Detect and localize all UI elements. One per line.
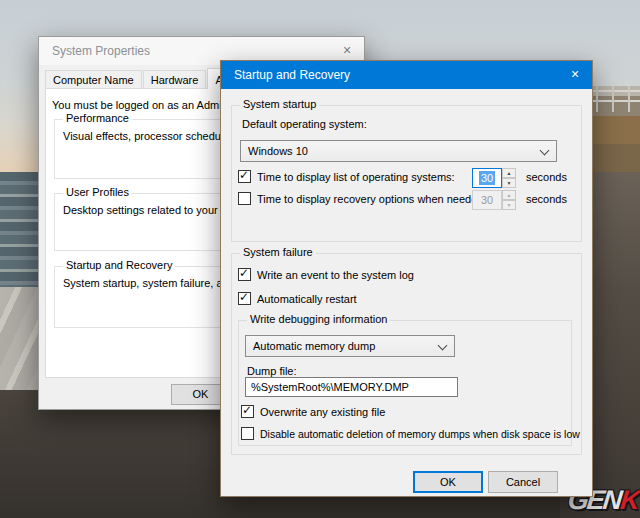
default-os-label: Default operating system: <box>242 118 367 130</box>
spinner-up-icon: ▲ <box>502 190 516 200</box>
system-failure-group-label: System failure <box>240 246 316 258</box>
recovery-time-row: Time to display recovery options when ne… <box>238 192 487 205</box>
os-list-spinner[interactable]: 30 ▲ ▼ <box>472 168 516 188</box>
default-os-combobox[interactable]: Windows 10 <box>240 140 557 162</box>
overwrite-checkbox[interactable]: ✓ <box>241 405 254 418</box>
default-os-value: Windows 10 <box>248 141 308 161</box>
os-list-checkbox-label: Time to display list of operating system… <box>257 171 455 183</box>
overwrite-row: ✓ Overwrite any existing file <box>241 405 385 418</box>
system-properties-title: System Properties <box>52 37 150 65</box>
chevron-down-icon <box>438 341 448 351</box>
disable-deletion-label: Disable automatic deletion of memory dum… <box>260 428 580 440</box>
cancel-button[interactable]: Cancel <box>488 471 558 493</box>
spinner-down-icon[interactable]: ▼ <box>502 178 516 188</box>
write-event-checkbox[interactable]: ✓ <box>238 268 251 281</box>
user-profiles-group-label: User Profiles <box>63 186 132 198</box>
recovery-checkbox[interactable] <box>238 192 251 205</box>
watermark-red-text: K <box>619 485 640 515</box>
tab-computer-name[interactable]: Computer Name <box>45 70 142 89</box>
startup-recovery-titlebar[interactable]: Startup and Recovery × <box>221 61 592 89</box>
dump-type-value: Automatic memory dump <box>253 336 375 356</box>
system-startup-group-label: System startup <box>240 98 319 110</box>
disable-deletion-checkbox[interactable] <box>241 427 254 440</box>
system-failure-group: System failure ✓ Write an event to the s… <box>231 253 582 455</box>
auto-restart-label: Automatically restart <box>257 293 357 305</box>
recovery-checkbox-label: Time to display recovery options when ne… <box>257 193 487 205</box>
wallpaper-pier-structure <box>588 86 640 172</box>
auto-restart-row: ✓ Automatically restart <box>238 292 357 305</box>
write-debug-group: Write debugging information Automatic me… <box>238 320 572 446</box>
disable-deletion-row: Disable automatic deletion of memory dum… <box>241 427 580 440</box>
performance-group-label: Performance <box>63 112 132 124</box>
os-list-checkbox[interactable]: ✓ <box>238 170 251 183</box>
startup-recovery-group-label: Startup and Recovery <box>63 259 175 271</box>
startup-recovery-title: Startup and Recovery <box>234 61 350 89</box>
os-list-seconds-value[interactable]: 30 <box>479 171 495 185</box>
recovery-spinner: 30 ▲ ▼ <box>472 190 516 210</box>
recovery-seconds-unit: seconds <box>526 193 567 205</box>
recovery-seconds-value: 30 <box>472 190 502 210</box>
spinner-down-icon: ▼ <box>502 200 516 210</box>
write-event-row: ✓ Write an event to the system log <box>238 268 414 281</box>
overwrite-label: Overwrite any existing file <box>260 406 385 418</box>
startup-recovery-dialog: Startup and Recovery × System startup De… <box>220 60 593 497</box>
write-event-label: Write an event to the system log <box>257 269 414 281</box>
write-debug-group-label: Write debugging information <box>247 313 390 325</box>
close-icon[interactable]: × <box>558 61 592 89</box>
os-list-seconds-unit: seconds <box>526 171 567 183</box>
dump-type-combobox[interactable]: Automatic memory dump <box>245 335 455 357</box>
ok-button[interactable]: OK <box>413 471 483 493</box>
dump-file-input[interactable] <box>245 377 458 397</box>
spinner-up-icon[interactable]: ▲ <box>502 168 516 178</box>
tab-hardware[interactable]: Hardware <box>143 70 207 89</box>
system-startup-group: System startup Default operating system:… <box>231 105 582 242</box>
dump-file-label: Dump file: <box>247 365 297 377</box>
auto-restart-checkbox[interactable]: ✓ <box>238 292 251 305</box>
chevron-down-icon <box>540 146 550 156</box>
os-list-time-row: ✓ Time to display list of operating syst… <box>238 170 455 183</box>
